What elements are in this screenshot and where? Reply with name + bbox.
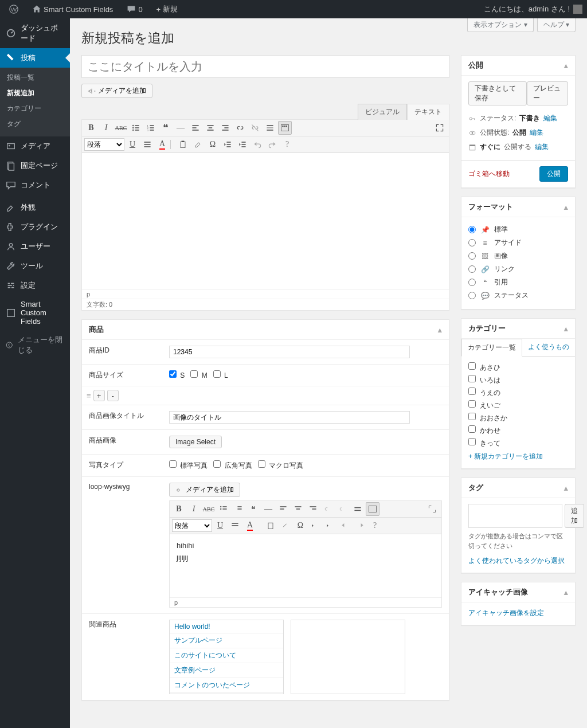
toggle-icon[interactable]: ▴ <box>564 324 568 333</box>
textcolor-icon[interactable]: A <box>243 519 257 533</box>
outdent-icon[interactable] <box>308 519 322 533</box>
wp-logo[interactable] <box>5 0 23 18</box>
related-item[interactable]: サンプルページ <box>170 633 283 648</box>
edit-visibility-link[interactable]: 編集 <box>530 128 543 138</box>
more-icon[interactable] <box>351 502 365 516</box>
tab-visual[interactable]: ビジュアル <box>358 104 407 120</box>
redo-icon[interactable] <box>265 138 279 151</box>
menu-collapse[interactable]: メニューを閉じる <box>0 330 70 360</box>
help-button[interactable]: ヘルプ ▾ <box>537 18 576 32</box>
post-title-input[interactable] <box>81 55 449 78</box>
charmap-icon[interactable]: Ω <box>294 519 307 533</box>
ul-icon[interactable] <box>217 502 230 516</box>
unlink-icon[interactable] <box>248 121 262 135</box>
help-icon[interactable]: ? <box>280 138 294 151</box>
undo-icon[interactable] <box>251 138 264 151</box>
add-row-button[interactable]: + <box>93 390 105 401</box>
submenu-posts-new[interactable]: 新規追加 <box>0 85 70 101</box>
submenu-posts-all[interactable]: 投稿一覧 <box>0 70 70 85</box>
format-option[interactable]: 💬 ステータス <box>468 289 568 302</box>
menu-comments[interactable]: コメント <box>0 175 70 195</box>
quote-icon[interactable]: ❝ <box>159 121 173 135</box>
undo-icon[interactable] <box>338 519 352 533</box>
loop-editor-body[interactable]: hihihijijijij <box>170 534 441 597</box>
menu-settings[interactable]: 設定 <box>0 276 70 295</box>
preview-button[interactable]: プレビュー <box>527 81 568 105</box>
paste-icon[interactable] <box>176 138 190 151</box>
save-draft-button[interactable]: 下書きとして保存 <box>468 81 527 105</box>
more-icon[interactable] <box>263 121 277 135</box>
menu-plugins[interactable]: プラグイン <box>0 217 70 237</box>
align-right-icon[interactable] <box>306 502 320 516</box>
toggle-icon[interactable]: ▴ <box>564 203 568 212</box>
hr-icon[interactable]: — <box>174 121 187 135</box>
format-option[interactable]: 📌 標準 <box>468 223 568 236</box>
format-option[interactable]: 🔗 リンク <box>468 263 568 276</box>
add-category-link[interactable]: + 新規カテゴリーを追加 <box>468 452 543 460</box>
indent-icon[interactable] <box>236 138 249 151</box>
img-title-input[interactable] <box>169 411 410 424</box>
category-item[interactable]: おおさか <box>468 412 568 424</box>
fullscreen-icon[interactable] <box>433 121 447 135</box>
greeting[interactable]: こんにちは、admin さん ! <box>484 4 570 14</box>
clear-icon[interactable] <box>191 138 205 151</box>
italic-icon[interactable]: I <box>99 121 113 135</box>
submenu-posts-cat[interactable]: カテゴリー <box>0 101 70 116</box>
related-item[interactable]: Hello world! <box>170 620 283 633</box>
new-content[interactable]: +新規 <box>152 0 183 18</box>
related-item[interactable]: 文章例ページ <box>170 663 283 678</box>
link-icon[interactable] <box>321 502 335 516</box>
format-select[interactable]: 段落 <box>84 138 124 151</box>
toggle-icon[interactable]: ▴ <box>564 484 568 492</box>
align-center-icon[interactable] <box>291 502 305 516</box>
related-item[interactable]: コメントのついたページ <box>170 678 283 693</box>
menu-media[interactable]: メディア <box>0 136 70 156</box>
add-media-button[interactable]: メディアを追加 <box>81 84 152 98</box>
charmap-icon[interactable]: Ω <box>206 138 220 151</box>
editor-body[interactable] <box>82 153 449 289</box>
ol-icon[interactable] <box>232 502 245 516</box>
italic-icon[interactable]: I <box>187 502 201 516</box>
menu-scf[interactable]: Smart Custom Fields <box>0 295 70 330</box>
underline-icon[interactable]: U <box>213 519 227 533</box>
menu-appearance[interactable]: 外観 <box>0 198 70 217</box>
site-name[interactable]: Smart Custom Fields <box>28 0 118 18</box>
bold-icon[interactable]: B <box>172 502 186 516</box>
photo-type-option[interactable]: 標準写真 <box>169 461 208 469</box>
tab-text[interactable]: テキスト <box>407 104 449 120</box>
publish-button[interactable]: 公開 <box>539 166 568 182</box>
edit-status-link[interactable]: 編集 <box>543 113 557 123</box>
category-item[interactable]: えいご <box>468 399 568 412</box>
ol-icon[interactable]: 123 <box>144 121 158 135</box>
strike-icon[interactable]: ABC <box>202 502 216 516</box>
outdent-icon[interactable] <box>221 138 234 151</box>
photo-type-option[interactable]: マクロ写真 <box>258 461 303 469</box>
indent-icon[interactable] <box>323 519 337 533</box>
justify-icon[interactable] <box>228 519 242 533</box>
avatar[interactable] <box>573 5 582 14</box>
set-thumbnail-link[interactable]: アイキャッチ画像を設定 <box>468 609 544 617</box>
submenu-posts-tag[interactable]: タグ <box>0 116 70 132</box>
menu-dashboard[interactable]: ダッシュボード <box>0 18 70 48</box>
textcolor-icon[interactable]: A <box>155 138 169 151</box>
size-option[interactable]: S <box>169 371 185 379</box>
photo-type-option[interactable]: 広角写真 <box>213 461 252 469</box>
ul-icon[interactable] <box>129 121 143 135</box>
toggle-icon[interactable]: ▴ <box>438 326 442 334</box>
related-item[interactable]: このサイトについて <box>170 648 283 663</box>
fullscreen-icon[interactable] <box>425 502 439 516</box>
help-icon[interactable]: ? <box>368 519 382 533</box>
redo-icon[interactable] <box>353 519 367 533</box>
comments-count[interactable]: 0 <box>122 0 147 18</box>
loop-add-media-button[interactable]: メディアを追加 <box>169 483 240 497</box>
hr-icon[interactable]: — <box>261 502 275 516</box>
align-left-icon[interactable] <box>276 502 290 516</box>
cat-tab-popular[interactable]: よく使うもの <box>522 339 575 356</box>
category-item[interactable]: かわせ <box>468 424 568 437</box>
category-item[interactable]: きって <box>468 437 568 447</box>
underline-icon[interactable]: U <box>126 138 139 151</box>
category-item[interactable]: うえの <box>468 386 568 399</box>
align-left-icon[interactable] <box>189 121 202 135</box>
trash-link[interactable]: ゴミ箱へ移動 <box>468 169 510 179</box>
clear-icon[interactable] <box>279 519 292 533</box>
